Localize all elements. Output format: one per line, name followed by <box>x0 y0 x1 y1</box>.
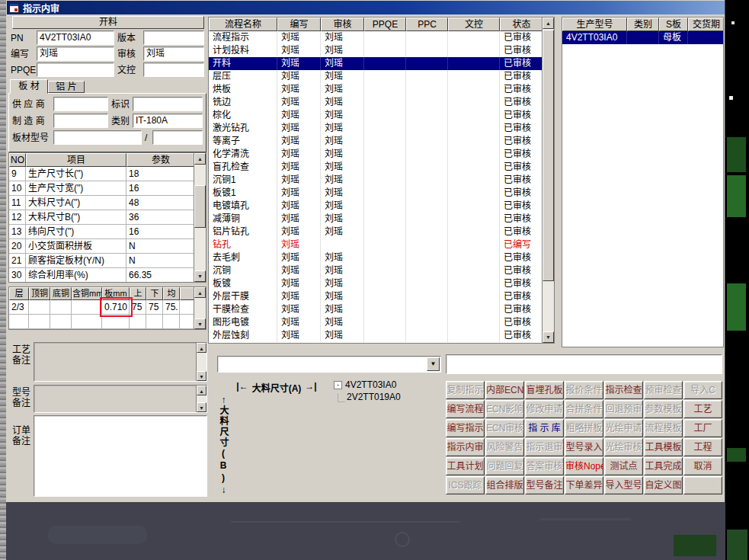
action-button[interactable]: 报价条件 <box>565 381 603 399</box>
action-button[interactable]: 工具完成 <box>644 457 683 475</box>
note-scrollbar[interactable]: ▲ ▼ <box>196 386 206 412</box>
flow-column-header[interactable]: PPC <box>406 18 448 31</box>
scroll-down-button[interactable]: ▼ <box>194 270 206 282</box>
copper-column-header[interactable] <box>180 287 195 300</box>
combo-dropdown-button[interactable]: ▼ <box>427 357 440 371</box>
param-row[interactable]: 9生产尺寸长(")18 <box>9 167 206 181</box>
flow-row[interactable]: 棕化刘瑶刘瑶已审核 <box>209 109 554 122</box>
action-button[interactable]: 问题回复 <box>485 457 524 475</box>
production-column-header[interactable]: 交货期 <box>688 18 724 31</box>
param-row[interactable]: 21顾客指定板材(Y/N)N <box>9 254 206 268</box>
flow-row[interactable]: 板镀1刘瑶刘瑶已审核 <box>209 187 554 200</box>
copper-column-header[interactable]: 下 <box>146 287 163 300</box>
copper-column-header[interactable]: 层 <box>9 287 29 300</box>
action-button[interactable]: 导入C <box>683 381 722 399</box>
flow-row[interactable]: 外层干膜刘瑶刘瑶已审核 <box>209 290 554 303</box>
copper-column-header[interactable]: 顶铜 <box>29 287 50 300</box>
flow-row[interactable]: 化学清洗刘瑶刘瑶已审核 <box>209 148 554 161</box>
audit-field[interactable]: 刘瑶 <box>143 46 204 61</box>
production-column-header[interactable]: S板 <box>659 18 688 31</box>
process-note-textarea[interactable]: ▲ ▼ <box>34 342 207 382</box>
action-button[interactable]: 指示退审 <box>525 438 564 456</box>
copper-column-header[interactable]: 含铜mm <box>72 287 102 300</box>
board-model-field-2[interactable] <box>152 130 203 145</box>
action-button[interactable]: 工具计划 <box>446 457 485 475</box>
pn-field[interactable]: 4V2TT03IA0 <box>37 30 114 45</box>
action-button[interactable]: 型号录入 <box>565 438 603 456</box>
flow-row[interactable]: 电镀填孔刘瑶刘瑶已审核 <box>209 200 554 213</box>
param-row[interactable]: 11大料尺寸A(")48 <box>9 196 206 210</box>
action-button[interactable]: 自定义图 <box>644 476 683 494</box>
action-button[interactable]: 回退预审 <box>604 400 643 418</box>
action-button[interactable]: ECN审核 <box>485 419 524 437</box>
action-button[interactable]: 粗略拼板 <box>565 419 603 437</box>
action-button[interactable]: 导入型号 <box>604 476 643 494</box>
flow-row[interactable]: 烘板刘瑶刘瑶已审核 <box>209 83 554 96</box>
action-button[interactable]: 下单差异 <box>565 476 603 494</box>
doc-control-field[interactable] <box>143 62 204 77</box>
param-row[interactable]: 20小交货面积拼板N <box>9 239 206 254</box>
action-button[interactable]: 编写指示 <box>446 419 485 437</box>
action-button[interactable]: 预审检查 <box>644 381 683 399</box>
flow-row[interactable]: 图形电镀刘瑶刘瑶已审核 <box>209 316 554 329</box>
mark-field[interactable] <box>133 97 203 111</box>
scroll-down-button[interactable]: ▼ <box>543 331 554 343</box>
ppqe-field[interactable] <box>37 62 114 77</box>
param-row[interactable]: 12大料尺寸B(")36 <box>9 210 206 225</box>
action-button[interactable]: 取消 <box>683 457 722 475</box>
flow-row[interactable]: 沉铜刘瑶刘瑶已审核 <box>209 264 554 277</box>
flow-row[interactable]: 盲孔检查刘瑶刘瑶已审核 <box>209 161 554 174</box>
flow-row[interactable]: 去毛刺刘瑶刘瑶已审核 <box>209 251 554 264</box>
flow-column-header[interactable]: 编写 <box>277 18 321 31</box>
action-button[interactable]: 指示检查 <box>604 381 643 399</box>
action-button[interactable]: 工具模板 <box>644 438 683 456</box>
param-row[interactable]: 30综合利用率(%)66.35 <box>9 268 206 283</box>
action-button[interactable]: 风险警告 <box>485 438 524 456</box>
window-titlebar[interactable]: 指示内审 <box>7 1 725 14</box>
action-button[interactable]: 工艺 <box>683 400 722 418</box>
scroll-up-button[interactable]: ▲ <box>543 18 554 29</box>
flow-row[interactable]: 铣边刘瑶刘瑶已审核 <box>209 96 554 109</box>
param-column-header[interactable]: 参数 <box>126 153 195 167</box>
action-button[interactable]: 修改申请 <box>525 400 564 418</box>
right-text-field[interactable] <box>446 354 722 374</box>
param-row[interactable]: 10生产尺寸宽(")16 <box>9 181 206 196</box>
param-column-header[interactable]: NO <box>9 153 26 167</box>
flow-row[interactable]: 外层蚀刻刘瑶刘瑶已审核 <box>209 329 554 342</box>
manufacturer-field[interactable] <box>53 114 108 128</box>
flow-row[interactable]: 等离子刘瑶刘瑶已审核 <box>209 135 554 148</box>
scroll-thumb[interactable] <box>194 185 206 228</box>
action-button[interactable]: ECN影响 <box>485 400 524 418</box>
action-button[interactable]: 工程 <box>683 438 722 456</box>
param-scrollbar[interactable]: ▲ ▼ <box>194 153 206 282</box>
flow-row[interactable]: 干膜检查刘瑶刘瑶已审核 <box>209 303 554 316</box>
flow-row[interactable]: 开料刘瑶刘瑶已审核 <box>209 57 554 70</box>
flow-row[interactable]: 沉铜1刘瑶刘瑶已审核 <box>209 174 554 187</box>
copper-column-header[interactable]: 底铜 <box>50 287 72 300</box>
action-button[interactable]: 组合排版 <box>485 476 524 494</box>
flow-column-header[interactable]: 流程名称 <box>209 18 277 31</box>
action-button[interactable]: 流程模板 <box>644 419 683 437</box>
production-column-header[interactable]: 类别 <box>627 18 659 31</box>
action-button[interactable]: 合拼条件 <box>565 400 603 418</box>
flow-row[interactable]: 激光钻孔刘瑶刘瑶已审核 <box>209 122 554 135</box>
production-column-header[interactable]: 生产型号 <box>562 18 627 31</box>
copper-scrollbar[interactable]: ▲ ▼ <box>194 287 206 329</box>
model-note-textarea[interactable]: ▲ ▼ <box>34 385 207 413</box>
action-button[interactable]: 审核Nope <box>565 457 603 475</box>
flow-row[interactable]: 钻孔刘瑶已编写 <box>209 238 554 251</box>
board-model-field[interactable] <box>53 130 142 145</box>
action-button[interactable]: 型号备注 <box>525 476 564 494</box>
flow-column-header[interactable]: 状态 <box>500 18 543 31</box>
copper-column-header[interactable]: 均 <box>163 287 180 300</box>
flow-combobox[interactable]: ▼ <box>217 356 441 373</box>
param-row[interactable]: 13纬向尺寸(")16 <box>9 225 206 239</box>
scroll-thumb[interactable] <box>543 30 554 281</box>
action-button[interactable]: 光绘申请 <box>604 419 643 437</box>
action-button[interactable]: 盲埋孔板 <box>525 381 564 399</box>
note-scrollbar[interactable]: ▲ ▼ <box>196 343 206 381</box>
action-button[interactable]: 指 示 库 <box>525 419 564 437</box>
scroll-up-button[interactable]: ▲ <box>197 343 206 353</box>
scroll-up-button[interactable]: ▲ <box>194 287 206 298</box>
production-row[interactable]: 4V2TT03IA0母板 <box>562 31 723 44</box>
